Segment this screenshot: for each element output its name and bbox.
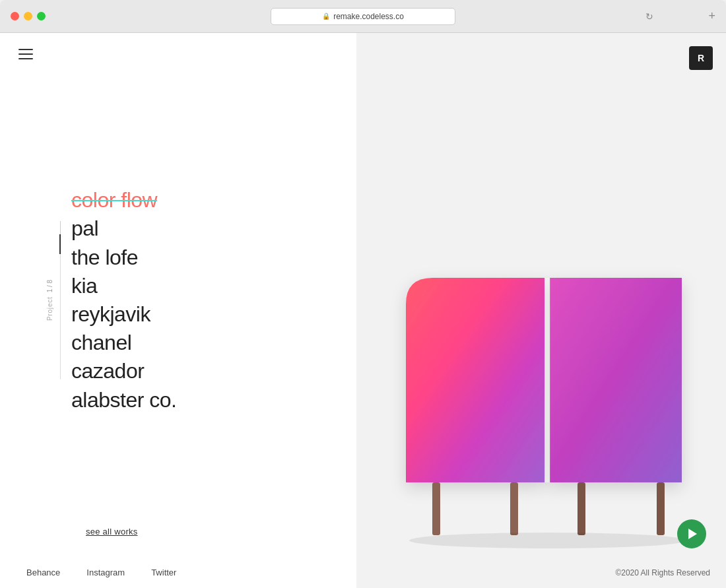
hamburger-menu[interactable] — [16, 46, 36, 62]
project-counter: Project 1 / 8 — [29, 297, 70, 304]
close-button[interactable] — [11, 12, 19, 20]
hamburger-line-1 — [18, 49, 33, 50]
project-item[interactable]: chanel — [71, 329, 176, 357]
project-item[interactable]: the lofe — [71, 244, 176, 272]
svg-rect-2 — [432, 482, 440, 535]
svg-rect-5 — [657, 482, 665, 535]
svg-rect-1 — [545, 278, 550, 482]
nav-line-bottom — [60, 254, 61, 379]
project-numbers: 1 / 8 — [46, 280, 53, 292]
right-panel: R — [356, 33, 726, 588]
address-bar[interactable]: 🔒 remake.codeless.co — [271, 8, 455, 25]
footer-left: Behance Instagram Twitter — [0, 557, 356, 588]
project-item[interactable]: cazador — [71, 357, 176, 385]
refresh-button[interactable]: ↻ — [645, 11, 653, 22]
header — [0, 33, 356, 75]
play-icon — [688, 529, 697, 539]
furniture-image — [356, 172, 726, 555]
url-text: remake.codeless.co — [333, 12, 404, 21]
copyright-text: ©2020 All Rights Reserved — [615, 568, 710, 577]
cabinet-svg — [366, 238, 710, 555]
traffic-lights — [11, 12, 46, 20]
project-item[interactable]: color flow — [71, 186, 176, 214]
behance-link[interactable]: Behance — [26, 568, 60, 577]
svg-rect-3 — [510, 482, 518, 535]
twitter-link[interactable]: Twitter — [151, 568, 176, 577]
hamburger-line-3 — [18, 58, 33, 59]
project-label: Project — [46, 296, 53, 321]
left-panel: Project 1 / 8 color fl — [0, 33, 356, 588]
project-list: color flow pal the lofe kia reykjavik ch… — [71, 186, 176, 414]
see-all-works-link[interactable]: see all works — [86, 527, 138, 537]
maximize-button[interactable] — [37, 12, 46, 20]
hamburger-line-2 — [18, 53, 33, 55]
nav-line-active — [59, 234, 61, 254]
new-tab-button[interactable]: + — [708, 9, 715, 23]
see-all-works-container: see all works — [0, 525, 356, 537]
lock-icon: 🔒 — [322, 13, 330, 20]
browser-chrome: 🔒 remake.codeless.co ↻ + — [0, 0, 726, 33]
logo-badge[interactable]: R — [689, 46, 713, 70]
logo-text: R — [698, 53, 704, 63]
project-item[interactable]: reykjavik — [71, 300, 176, 329]
project-item[interactable]: pal — [71, 214, 176, 243]
page-wrapper: Project 1 / 8 color fl — [0, 33, 726, 588]
svg-rect-4 — [578, 482, 585, 535]
instagram-link[interactable]: Instagram — [86, 568, 125, 577]
project-item[interactable]: alabster co. — [71, 386, 176, 414]
nav-line-top — [60, 221, 61, 234]
minimize-button[interactable] — [24, 12, 32, 20]
svg-point-6 — [409, 533, 686, 548]
play-button[interactable] — [677, 519, 706, 548]
project-item[interactable]: kia — [71, 272, 176, 300]
